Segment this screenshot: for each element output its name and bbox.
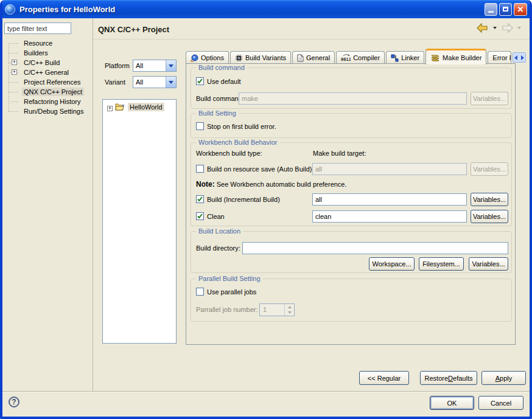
tree-item-project-references[interactable]: Project References [2, 77, 91, 87]
category-tree: Resource Builders +C/C++ Build +C/C++ Ge… [2, 38, 91, 116]
c-project-folder-icon: c [115, 103, 125, 111]
window-title: Properties for HelloWorld [19, 5, 483, 14]
expand-icon[interactable]: + [107, 106, 113, 111]
back-dropdown-icon[interactable] [493, 27, 497, 29]
tree-item-qnx-ccpp-project[interactable]: QNX C/C++ Project [2, 87, 91, 97]
variables-button[interactable]: Variables... [471, 92, 508, 105]
variables-button[interactable]: Variables... [469, 257, 508, 271]
app-orb-icon [5, 4, 15, 15]
parallel-job-number-label: Parrallel job number: [196, 306, 258, 313]
tab-scroll-control[interactable] [513, 52, 526, 63]
parallel-build-group: Parallel Build Setting Use parallel jobs… [191, 279, 512, 322]
tab-general[interactable]: General [292, 51, 335, 64]
chip-icon [235, 54, 243, 62]
filesystem-button[interactable]: Filesystem... [419, 257, 464, 271]
tree-item-refactoring-history[interactable]: Refactoring History [2, 97, 91, 106]
check-icon [197, 213, 203, 220]
close-button[interactable]: ✕ [514, 3, 527, 16]
build-command-field[interactable]: make [239, 92, 467, 105]
ok-button[interactable]: OK [430, 396, 474, 410]
variables-button[interactable]: Variables... [471, 162, 508, 176]
tab-strip: Options Build Variants General [186, 48, 526, 64]
use-parallel-jobs-checkbox[interactable] [196, 288, 204, 296]
properties-dialog: Properties for HelloWorld ✕ Resource Bui… [0, 0, 532, 419]
tab-linker[interactable]: Linker [386, 51, 424, 64]
close-icon: ✕ [517, 5, 524, 13]
project-list[interactable]: + c HelloWorld [102, 99, 177, 344]
clean-row: Clean [196, 212, 225, 220]
variant-label: Variant [105, 78, 125, 86]
use-default-checkbox[interactable] [196, 77, 204, 85]
tree-item-ccpp-build[interactable]: +C/C++ Build [2, 58, 91, 68]
chevron-down-icon[interactable] [166, 60, 176, 71]
incremental-build-row: Build (Incremental Build) [196, 195, 280, 203]
page-title: QNX C/C++ Project [98, 25, 169, 34]
cancel-button[interactable]: Cancel [478, 396, 523, 410]
build-command-label: Build command: [196, 95, 244, 102]
incremental-target-field[interactable]: all [312, 193, 467, 206]
variant-select[interactable]: All [133, 76, 177, 88]
back-arrow-icon[interactable] [476, 23, 489, 33]
forward-dropdown-icon[interactable] [517, 27, 521, 29]
tree-item-resource[interactable]: Resource [2, 38, 91, 48]
spinner-down-icon[interactable] [285, 310, 294, 316]
auto-build-row: Build on resource save (Auto Build) [196, 165, 312, 173]
help-icon[interactable]: ? [9, 396, 19, 407]
tree-item-ccpp-general[interactable]: +C/C++ General [2, 68, 91, 77]
build-directory-field[interactable] [242, 242, 508, 254]
tab-error-parsers[interactable]: Error Pa [488, 51, 511, 64]
project-tree-item[interactable]: + c HelloWorld [103, 102, 176, 113]
workspace-button[interactable]: Workspace... [369, 257, 415, 271]
platform-label: Platform [105, 62, 130, 69]
tree-item-run-debug-settings[interactable]: Run/Debug Settings [2, 106, 91, 116]
clean-target-field[interactable]: clean [312, 210, 467, 223]
expand-icon[interactable]: + [12, 69, 17, 75]
tab-make-builder[interactable]: Make Builder [425, 49, 486, 64]
auto-build-target-field[interactable]: all [312, 163, 467, 175]
restore-defaults-button[interactable]: Restore Defaults [420, 371, 477, 385]
note-text: Note: See Workbench automatic build pref… [196, 180, 347, 189]
document-icon [297, 54, 304, 62]
sidebar-divider [93, 18, 93, 391]
title-bar[interactable]: Properties for HelloWorld ✕ [0, 0, 532, 18]
stop-on-error-row: Stop on first build error. [196, 122, 276, 130]
maximize-icon [503, 7, 508, 12]
check-icon [197, 78, 203, 85]
tree-item-builders[interactable]: Builders [2, 48, 91, 58]
workbench-group: Workbench Build Behavior Workbench build… [191, 142, 512, 226]
make-builder-panel: Build command Use default Build command:… [186, 63, 516, 345]
filter-input[interactable] [4, 23, 71, 34]
spinner-up-icon[interactable] [285, 304, 294, 310]
minimize-button[interactable] [485, 3, 497, 16]
history-nav [476, 23, 523, 33]
tab-options[interactable]: Options [186, 51, 229, 64]
scroll-right-icon[interactable] [521, 55, 524, 60]
stop-on-error-checkbox[interactable] [196, 122, 204, 130]
chevron-down-icon[interactable] [166, 77, 176, 88]
workbench-build-type-label: Workbench build type: [196, 150, 262, 157]
header-divider [93, 39, 530, 40]
make-build-target-label: Make build target: [313, 150, 366, 157]
options-icon [191, 54, 198, 62]
dialog-body: Resource Builders +C/C++ Build +C/C++ Ge… [2, 18, 530, 417]
footer-divider [2, 391, 530, 392]
variables-button[interactable]: Variables... [471, 193, 508, 206]
build-directory-label: Build directory: [196, 244, 240, 252]
tab-build-variants[interactable]: Build Variants [230, 51, 291, 64]
compiler-icon: 0011 [341, 54, 351, 62]
scroll-left-icon[interactable] [514, 55, 517, 60]
expand-icon[interactable]: + [12, 60, 17, 65]
clean-checkbox[interactable] [196, 212, 204, 220]
build-command-group: Build command Use default Build command:… [191, 68, 512, 109]
maximize-button[interactable] [499, 3, 512, 16]
auto-build-checkbox[interactable] [196, 165, 204, 173]
parallel-job-spinner[interactable]: 1 [259, 303, 295, 316]
linker-icon [391, 54, 399, 62]
regular-button[interactable]: << Regular [359, 371, 409, 385]
platform-select[interactable]: All [133, 60, 177, 72]
forward-arrow-icon[interactable] [500, 23, 514, 33]
apply-button[interactable]: Apply [481, 371, 526, 385]
incremental-build-checkbox[interactable] [196, 195, 204, 203]
tab-compiler[interactable]: 0011 Compiler [336, 51, 385, 64]
variables-button[interactable]: Variables... [471, 210, 508, 223]
